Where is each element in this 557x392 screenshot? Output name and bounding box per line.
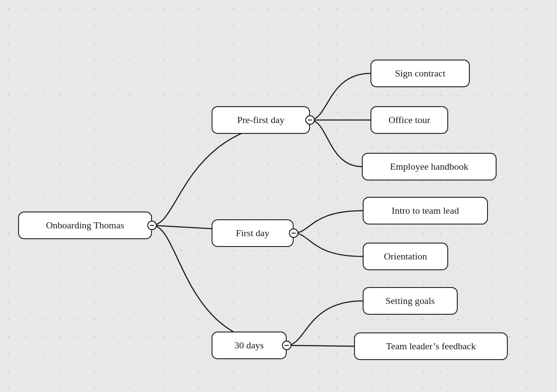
team-leader-feedback-label: Team leader’s feedback [386, 341, 476, 352]
office-tour-node[interactable]: Office tour [370, 106, 448, 134]
root-collapse-dot[interactable] [147, 221, 157, 230]
mind-map-canvas: Onboarding Thomas Pre-first day First da… [0, 0, 557, 392]
thirty-days-node[interactable]: 30 days [212, 332, 287, 359]
sign-contract-label: Sign contract [395, 68, 446, 79]
employee-handbook-label: Employee handbook [390, 161, 468, 172]
svg-line-2 [287, 345, 354, 346]
thirty-days-collapse-dot[interactable] [282, 341, 291, 350]
root-node[interactable]: Onboarding Thomas [18, 212, 152, 239]
office-tour-label: Office tour [389, 114, 430, 126]
intro-team-lead-label: Intro to team lead [392, 205, 459, 216]
orientation-node[interactable]: Orientation [363, 243, 448, 270]
first-day-label: First day [236, 228, 269, 239]
first-day-node[interactable]: First day [212, 219, 294, 247]
setting-goals-label: Setting goals [386, 295, 435, 307]
thirty-days-label: 30 days [234, 340, 264, 351]
team-leader-feedback-node[interactable]: Team leader’s feedback [354, 332, 508, 360]
pre-first-day-node[interactable]: Pre-first day [212, 106, 310, 134]
employee-handbook-node[interactable]: Employee handbook [362, 153, 497, 180]
first-day-collapse-dot[interactable] [289, 228, 298, 238]
intro-team-lead-node[interactable]: Intro to team lead [363, 197, 488, 224]
pre-first-day-collapse-dot[interactable] [305, 115, 315, 125]
root-label: Onboarding Thomas [46, 220, 124, 231]
orientation-label: Orientation [384, 251, 427, 262]
pre-first-day-label: Pre-first day [237, 114, 284, 126]
sign-contract-node[interactable]: Sign contract [370, 60, 470, 87]
setting-goals-node[interactable]: Setting goals [363, 287, 458, 315]
